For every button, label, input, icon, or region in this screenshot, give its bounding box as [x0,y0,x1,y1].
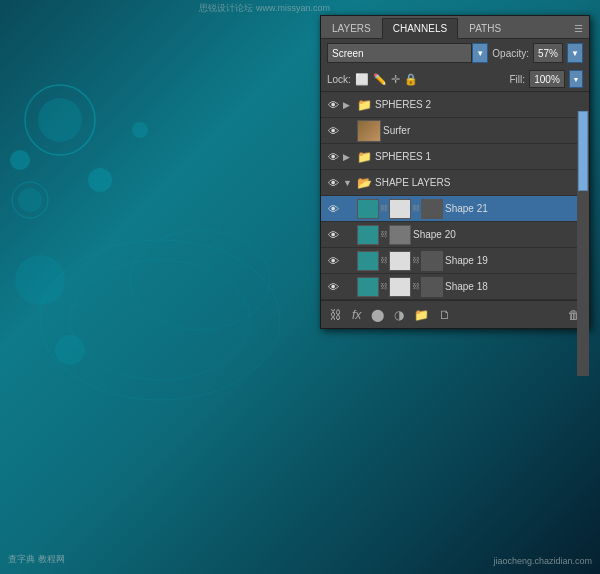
thumb-shape20-color [357,225,379,245]
thumb-shape19-color [357,251,379,271]
layer-list: 👁 ▶ 📁 SPHERES 2 👁 Surfer 👁 ▶ 📁 SPHERES 1… [321,92,589,300]
blend-mode-select[interactable]: Screen Normal Multiply Overlay [327,43,472,63]
thumb-shape18-mask [389,277,411,297]
visibility-icon-spheres1[interactable]: 👁 [325,149,341,165]
lock-position-icon[interactable]: ✛ [391,73,400,86]
layer-item-shapelayers[interactable]: 👁 ▼ 📂 SHAPE LAYERS [321,170,589,196]
thumb-shape21-extra [421,199,443,219]
layer-name-surfer: Surfer [383,125,585,136]
thumb-shape20-mask [389,225,411,245]
fill-stepper[interactable]: ▼ [569,70,583,88]
expand-icon-spheres1[interactable]: ▶ [343,152,355,162]
thumb-shape19-extra [421,251,443,271]
visibility-icon-shape19[interactable]: 👁 [325,253,341,269]
visibility-icon-surfer[interactable]: 👁 [325,123,341,139]
tab-channels[interactable]: CHANNELS [382,18,458,39]
layer-item-shape18[interactable]: 👁 ⛓ ⛓ Shape 18 [321,274,589,300]
svg-point-8 [10,150,30,170]
visibility-icon-shape18[interactable]: 👁 [325,279,341,295]
layers-panel: LAYERS CHANNELS PATHS ☰ Screen Normal Mu… [320,15,590,329]
lock-row: Lock: ⬜ ✏️ ✛ 🔒 Fill: ▼ [321,67,589,92]
layer-item-surfer[interactable]: 👁 Surfer [321,118,589,144]
folder-button[interactable]: 📁 [411,306,432,324]
expand-icon-spheres2[interactable]: ▶ [343,100,355,110]
shape18-thumbs: ⛓ ⛓ [357,277,443,297]
lock-image-icon[interactable]: ✏️ [373,73,387,86]
mask-button[interactable]: ⬤ [368,306,387,324]
visibility-icon-shape20[interactable]: 👁 [325,227,341,243]
shape19-thumbs: ⛓ ⛓ [357,251,443,271]
expand-icon-shapelayers[interactable]: ▼ [343,178,355,188]
shape21-thumbs: ⛓ ⛓ [357,199,443,219]
watermark-top: 思锐设计论坛 www.missyan.com [199,2,330,15]
blend-mode-row: Screen Normal Multiply Overlay ▼ Opacity… [321,39,589,67]
chain2-icon-shape18: ⛓ [412,282,420,291]
tab-layers[interactable]: LAYERS [321,18,382,38]
visibility-icon-shape21[interactable]: 👁 [325,201,341,217]
link-layers-button[interactable]: ⛓ [327,306,345,324]
chain-icon-shape20: ⛓ [380,230,388,239]
thumb-shape19-mask [389,251,411,271]
folder-icon-shapelayers: 📂 [357,176,373,190]
lock-label: Lock: [327,74,351,85]
svg-point-10 [70,260,250,380]
layer-item-shape21[interactable]: 👁 ⛓ ⛓ Shape 21 [321,196,589,222]
chain2-icon-shape19: ⛓ [412,256,420,265]
lock-all-icon[interactable]: 🔒 [404,73,418,86]
visibility-icon-shapelayers[interactable]: 👁 [325,175,341,191]
panel-tab-bar: LAYERS CHANNELS PATHS ☰ [321,16,589,39]
svg-point-5 [132,122,148,138]
watermark-bottom-right: jiaocheng.chazidian.com [493,556,592,566]
chain2-icon-shape21: ⛓ [412,204,420,213]
chain-icon-shape21: ⛓ [380,204,388,213]
layer-name-shape20: Shape 20 [413,229,585,240]
layer-name-shape19: Shape 19 [445,255,585,266]
lock-transparent-icon[interactable]: ⬜ [355,73,369,86]
panel-scrollbar[interactable] [577,111,589,376]
thumb-shape21-mask [389,199,411,219]
scroll-thumb[interactable] [578,111,588,191]
shape20-thumbs: ⛓ [357,225,411,245]
new-layer-button[interactable]: 🗋 [436,306,454,324]
visibility-icon-spheres2[interactable]: 👁 [325,97,341,113]
layer-item-shape20[interactable]: 👁 ⛓ Shape 20 [321,222,589,248]
layer-item-spheres2[interactable]: 👁 ▶ 📁 SPHERES 2 [321,92,589,118]
fill-input[interactable] [529,70,565,88]
layer-item-spheres1[interactable]: 👁 ▶ 📁 SPHERES 1 [321,144,589,170]
fill-label: Fill: [509,74,525,85]
thumb-shape21-color [357,199,379,219]
folder-icon-spheres2: 📁 [357,98,373,112]
layer-name-spheres1: SPHERES 1 [375,151,585,162]
thumb-shape18-extra [421,277,443,297]
chain-icon-shape18: ⛓ [380,282,388,291]
svg-point-7 [55,335,85,365]
panel-menu-icon[interactable]: ☰ [568,19,589,38]
svg-point-3 [18,188,42,212]
layer-name-shapelayers: SHAPE LAYERS [375,177,585,188]
svg-point-1 [38,98,82,142]
tab-paths[interactable]: PATHS [458,18,512,38]
layer-name-shape21: Shape 21 [445,203,585,214]
folder-icon-spheres1: 📁 [357,150,373,164]
chain-icon-shape19: ⛓ [380,256,388,265]
fx-button[interactable]: fx [349,306,364,324]
adjustment-button[interactable]: ◑ [391,306,407,324]
thumb-shape18-color [357,277,379,297]
layer-item-shape19[interactable]: 👁 ⛓ ⛓ Shape 19 [321,248,589,274]
svg-point-9 [40,240,280,400]
blend-mode-arrow[interactable]: ▼ [472,43,488,63]
svg-point-4 [88,168,112,192]
opacity-stepper[interactable]: ▼ [567,43,583,63]
opacity-label: Opacity: [492,48,529,59]
opacity-input[interactable] [533,43,563,63]
layer-name-shape18: Shape 18 [445,281,585,292]
layer-name-spheres2: SPHERES 2 [375,99,585,110]
panel-toolbar: ⛓ fx ⬤ ◑ 📁 🗋 🗑 [321,300,589,328]
layer-thumb-surfer [357,120,381,142]
svg-point-6 [15,255,65,305]
watermark-bottom-left: 查字典 教程网 [8,553,65,566]
